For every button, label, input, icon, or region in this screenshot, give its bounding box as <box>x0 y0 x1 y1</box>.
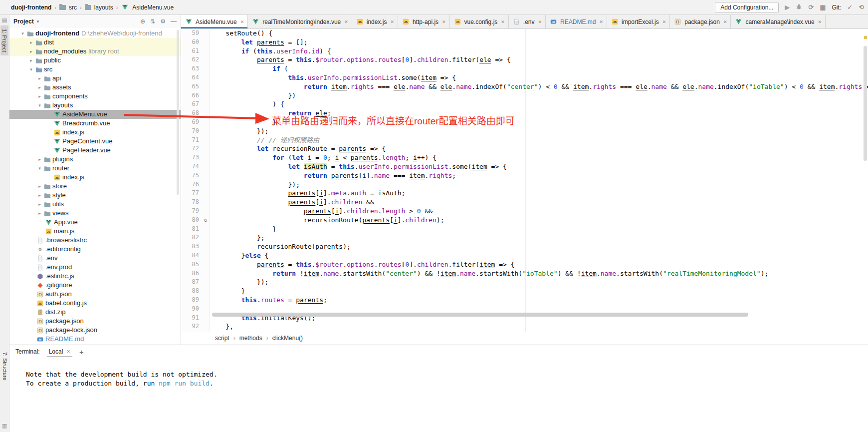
chevron-collapsed-icon[interactable]: ▸ <box>28 38 34 47</box>
tree-item-PageHeader.vue[interactable]: PageHeader.vue <box>9 146 181 155</box>
grid-icon[interactable]: ▦ <box>820 4 826 10</box>
close-icon[interactable]: ✕ <box>662 19 666 24</box>
code-line-81[interactable]: 81 } <box>181 225 868 234</box>
code-line-67[interactable]: 67 ) { <box>181 100 868 109</box>
tree-item-App.vue[interactable]: App.vue <box>9 218 181 227</box>
chevron-expanded-icon[interactable]: ▾ <box>36 101 43 110</box>
code-line-82[interactable]: 82 }; <box>181 233 868 242</box>
breadcrumb-layouts[interactable]: layouts <box>94 4 113 11</box>
chevron-collapsed-icon[interactable]: ▸ <box>28 56 34 65</box>
code-line-64[interactable]: 64 this.userInfo.permissionList.some(ite… <box>181 73 868 82</box>
chevron-expanded-icon[interactable]: ▾ <box>19 29 26 38</box>
horizontal-scrollbar[interactable] <box>212 313 748 317</box>
collapse-all-icon[interactable]: ⇅ <box>150 18 155 25</box>
run-icon[interactable]: ▶ <box>785 4 790 10</box>
chevron-collapsed-icon[interactable]: ▸ <box>36 200 43 209</box>
tool-windows-icon[interactable]: ▤ <box>0 17 9 23</box>
tree-item-Breadcrumb.vue[interactable]: Breadcrumb.vue <box>9 119 181 128</box>
debug-icon[interactable] <box>796 3 802 11</box>
chevron-collapsed-icon[interactable]: ▸ <box>36 191 43 200</box>
gear-icon[interactable]: ⚙ <box>160 18 166 25</box>
tree-item-.eslintrc.js[interactable]: .eslintrc.js <box>9 272 181 281</box>
tree-item-node_modules[interactable]: ▸node_moduleslibrary root <box>9 47 181 56</box>
project-scrollbar[interactable] <box>177 30 179 195</box>
git-update-icon[interactable]: ✓ <box>847 4 853 10</box>
code-line-83[interactable]: 83 recursionRoute(parents); <box>181 242 868 251</box>
add-configuration-button[interactable]: Add Configuration... <box>715 2 779 13</box>
tree-item-src[interactable]: ▾src <box>9 65 181 74</box>
tab-http-api.js[interactable]: JShttp-api.js✕ <box>398 15 450 28</box>
tree-item-public[interactable]: ▸public <box>9 56 181 65</box>
code-line-69[interactable]: 69 } <box>181 118 868 127</box>
tab-cameraManage\index.vue[interactable]: cameraManage\index.vue✕ <box>731 15 826 28</box>
tree-item-router[interactable]: ▾router <box>9 164 181 173</box>
git-rollback-icon[interactable]: ⟲ <box>859 4 864 10</box>
breadcrumb-method-name[interactable]: clickMenu() <box>272 335 303 342</box>
close-icon[interactable]: ✕ <box>240 19 244 24</box>
tree-item-index.js[interactable]: JSindex.js <box>9 128 181 137</box>
tree-item-package-lock.json[interactable]: {}package-lock.json <box>9 326 181 335</box>
tree-item-.env[interactable]: .env <box>9 254 181 263</box>
code-line-79[interactable]: 79 parents[i].children.length > 0 && <box>181 207 868 216</box>
project-panel-title[interactable]: Project <box>13 18 34 25</box>
tree-item-components[interactable]: ▸components <box>9 92 181 101</box>
code-line-60[interactable]: 60 let parents = []; <box>181 38 868 47</box>
tree-item-README.md[interactable]: MREADME.md <box>9 335 181 344</box>
terminal-output[interactable]: Note that the development build is not o… <box>9 358 868 388</box>
tree-item-package.json[interactable]: {}package.json <box>9 317 181 326</box>
close-icon[interactable]: ✕ <box>599 19 603 24</box>
code-line-76[interactable]: 76 }); <box>181 180 868 189</box>
code-line-77[interactable]: 77 parents[i].meta.auth = isAuth; <box>181 189 868 198</box>
close-icon[interactable]: ✕ <box>344 19 348 24</box>
recursive-call-icon[interactable]: ↻ <box>201 216 210 225</box>
close-icon[interactable]: ✕ <box>390 19 394 24</box>
tab-importExcel.js[interactable]: JSimportExcel.js✕ <box>607 15 670 28</box>
tree-item-utils[interactable]: ▸utils <box>9 200 181 209</box>
code-line-65[interactable]: 65 return item.rights === ele.name && el… <box>181 82 868 91</box>
tab-vue.config.js[interactable]: JSvue.config.js✕ <box>450 15 509 28</box>
code-line-84[interactable]: 84 }else { <box>181 251 868 260</box>
code-line-74[interactable]: 74 let isAuth = this.userInfo.permission… <box>181 162 868 171</box>
tab-index.js[interactable]: JSindex.js✕ <box>352 15 398 28</box>
code-editor[interactable]: 59 setRoute() {60 let parents = [];61 if… <box>181 29 868 332</box>
code-line-70[interactable]: 70 }); <box>181 127 868 136</box>
chevron-expanded-icon[interactable]: ▾ <box>28 65 34 74</box>
chevron-expanded-icon[interactable]: ▾ <box>36 164 43 173</box>
code-line-66[interactable]: 66 }) <box>181 91 868 100</box>
code-line-89[interactable]: 89 this.routes = parents; <box>181 296 868 305</box>
code-line-78[interactable]: 78 parents[i].children && <box>181 198 868 207</box>
hide-panel-icon[interactable]: ― <box>171 18 177 25</box>
vertical-scrollbar[interactable] <box>864 46 867 161</box>
tab-.env[interactable]: .env✕ <box>509 15 546 28</box>
code-line-85[interactable]: 85 parents = this.$router.options.routes… <box>181 260 868 269</box>
chevron-collapsed-icon[interactable]: ▸ <box>36 74 43 83</box>
tab-package.json[interactable]: {}package.json✕ <box>670 15 731 28</box>
tree-item-index.js[interactable]: JSindex.js <box>9 173 181 182</box>
close-icon[interactable]: ✕ <box>66 349 70 354</box>
code-line-86[interactable]: 86 return !item.name.startsWith("center"… <box>181 269 868 278</box>
breadcrumb-file[interactable]: AsideMenu.vue <box>132 4 174 11</box>
tree-item-AsideMenu.vue[interactable]: AsideMenu.vue <box>9 110 181 119</box>
new-terminal-icon[interactable]: + <box>79 348 84 356</box>
terminal-tab-local[interactable]: Local ✕ <box>47 347 72 357</box>
tree-item-.env.prod[interactable]: .env.prod <box>9 263 181 272</box>
chevron-collapsed-icon[interactable]: ▸ <box>36 83 43 92</box>
locate-file-icon[interactable]: ⊕ <box>140 18 145 25</box>
tree-item-layouts[interactable]: ▾layouts <box>9 101 181 110</box>
chevron-collapsed-icon[interactable]: ▸ <box>36 182 43 191</box>
chevron-collapsed-icon[interactable]: ▸ <box>28 47 34 56</box>
code-line-87[interactable]: 87 }); <box>181 278 868 287</box>
close-icon[interactable]: ✕ <box>442 19 446 24</box>
code-line-68[interactable]: 68 return ele; <box>181 109 868 118</box>
chevron-collapsed-icon[interactable]: ▸ <box>36 92 43 101</box>
tree-item-assets[interactable]: ▸assets <box>9 83 181 92</box>
tree-item-views[interactable]: ▸views <box>9 209 181 218</box>
tree-item-api[interactable]: ▸api <box>9 74 181 83</box>
tree-item-babel.config.js[interactable]: JSbabel.config.js <box>9 299 181 308</box>
tool-button-structure[interactable]: 7: Structure <box>0 349 9 384</box>
code-line-73[interactable]: 73 for (let i = 0; i < parents.length; i… <box>181 153 868 162</box>
code-line-92[interactable]: 92 }, <box>181 322 868 331</box>
close-icon[interactable]: ✕ <box>538 19 542 24</box>
code-line-90[interactable]: 90 <box>181 305 868 314</box>
chevron-collapsed-icon[interactable]: ▸ <box>36 155 43 164</box>
